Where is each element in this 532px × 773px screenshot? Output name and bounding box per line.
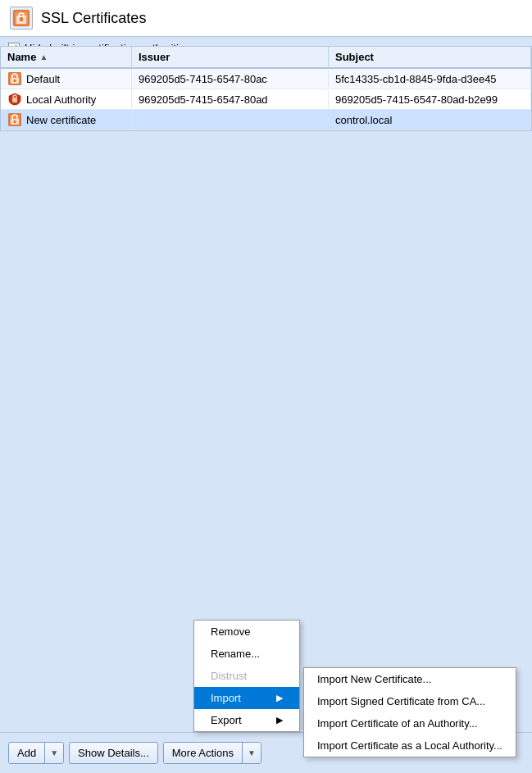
context-menu: Remove Rename... Distrust Import ▶ Expor…	[193, 620, 300, 732]
cell-subject-local-authority: 969205d5-7415-6547-80ad-b2e99	[329, 91, 531, 108]
submenu-item-import-local[interactable]: Import Certificate as a Local Authority.…	[304, 734, 516, 757]
menu-item-import[interactable]: Import ▶	[194, 687, 299, 709]
cell-subject-new-cert: control.local	[329, 111, 531, 129]
table-row[interactable]: New certificate control.local	[1, 110, 531, 130]
svg-rect-9	[12, 98, 17, 102]
cell-name-local-authority: Local Authority	[1, 89, 132, 109]
certificates-table: Name ▲ Issuer Subject Default	[0, 46, 532, 131]
svg-rect-8	[14, 80, 16, 82]
table-row[interactable]: Local Authority 969205d5-7415-6547-80ad …	[1, 89, 531, 110]
col-header-subject[interactable]: Subject	[329, 47, 531, 67]
more-actions-dropdown-arrow[interactable]: ▼	[243, 743, 261, 763]
more-actions-button-group: More Actions ▼	[163, 742, 261, 764]
add-dropdown-arrow[interactable]: ▼	[45, 743, 63, 763]
table-header: Name ▲ Issuer Subject	[1, 47, 531, 69]
submenu-arrow-import: ▶	[276, 693, 283, 703]
cell-subject-default: 5fc14335-cb1d-8845-9fda-d3ee45	[329, 70, 531, 88]
submenu-item-import-authority[interactable]: Import Certificate of an Authority...	[304, 712, 516, 734]
new-cert-icon	[7, 112, 22, 127]
col-header-issuer[interactable]: Issuer	[132, 47, 329, 67]
ca-icon	[7, 92, 22, 107]
menu-item-export[interactable]: Export ▶	[194, 709, 299, 731]
svg-rect-13	[14, 120, 16, 123]
menu-item-remove[interactable]: Remove	[194, 621, 299, 643]
menu-item-rename[interactable]: Rename...	[194, 643, 299, 665]
sort-arrow: ▲	[39, 52, 48, 61]
submenu-arrow-export: ▶	[276, 715, 283, 725]
cell-name-default: Default	[1, 69, 132, 89]
page-title: SSL Certificates	[41, 10, 146, 27]
title-bar: SSL Certificates	[0, 0, 532, 37]
add-button[interactable]: Add	[9, 743, 45, 763]
submenu-item-import-signed[interactable]: Import Signed Certificate from CA...	[304, 690, 516, 712]
import-submenu: Import New Certificate... Import Signed …	[303, 667, 516, 757]
show-details-button[interactable]: Show Details...	[69, 742, 158, 764]
menu-item-distrust: Distrust	[194, 665, 299, 687]
col-header-name[interactable]: Name ▲	[1, 47, 132, 67]
table-row[interactable]: Default 969205d5-7415-6547-80ac 5fc14335…	[1, 69, 531, 89]
more-actions-button[interactable]: More Actions	[164, 743, 243, 763]
cell-name-new-cert: New certificate	[1, 110, 132, 130]
add-button-group: Add ▼	[8, 742, 64, 764]
app-icon	[10, 7, 33, 30]
cell-issuer-new-cert	[132, 117, 329, 122]
cell-issuer-default: 969205d5-7415-6547-80ac	[132, 70, 329, 88]
submenu-item-import-new[interactable]: Import New Certificate...	[304, 668, 516, 690]
svg-rect-4	[20, 17, 23, 21]
cert-icon	[7, 71, 22, 86]
cell-issuer-local-authority: 969205d5-7415-6547-80ad	[132, 91, 329, 108]
